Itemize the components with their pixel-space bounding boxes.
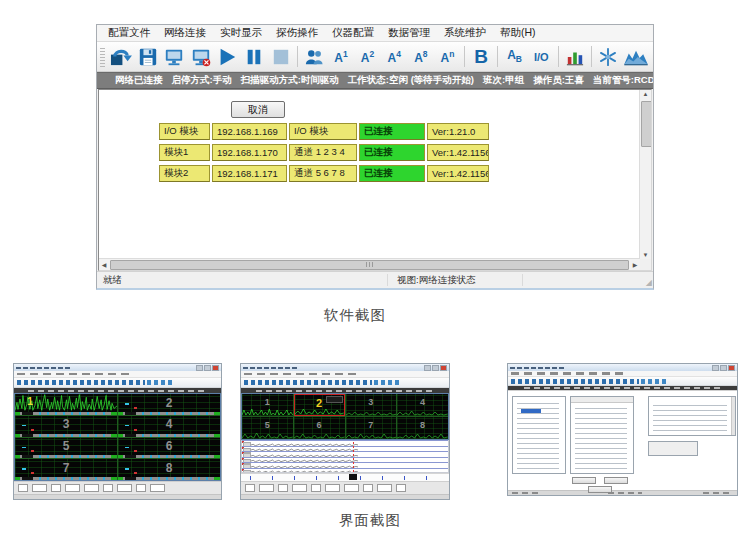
menu-item-flaw-detection[interactable]: 探伤操作 (269, 26, 325, 40)
thumb-toolbar-icons (641, 379, 667, 384)
menu-item-config-file[interactable]: 配置文件 (101, 26, 157, 40)
parameter-list-panel (570, 396, 634, 474)
version-cell: Ver:1.42.1156 (427, 165, 489, 182)
waveform-trace (397, 431, 448, 439)
toolbar-grip[interactable] (100, 47, 105, 67)
start-button[interactable] (215, 44, 240, 69)
spectrum-button[interactable] (623, 44, 650, 69)
stop-button[interactable] (268, 44, 293, 69)
save-button[interactable] (135, 44, 160, 69)
users-button[interactable] (302, 44, 327, 69)
thumb-menu-text (244, 373, 356, 376)
channel-number: 8 (397, 421, 448, 430)
snowflake-icon (598, 47, 618, 67)
waveform-trace (397, 408, 448, 416)
ascan-2-button[interactable]: A2 (355, 44, 380, 69)
vertical-scroll-thumb[interactable] (641, 101, 652, 147)
interface-thumbnail-stripchart: 1 2 3 4 (240, 363, 450, 500)
minimize-button[interactable] (712, 365, 719, 371)
toolbar-separator (497, 46, 498, 67)
network-status-button[interactable] (162, 44, 187, 69)
scroll-left-arrow[interactable]: ◀ (99, 262, 109, 268)
channel-panel-2-selected: 2 (294, 394, 345, 416)
menu-item-data-management[interactable]: 数据管理 (381, 26, 437, 40)
status-badge: 已连接 (359, 165, 425, 182)
config-button-1[interactable] (572, 477, 596, 484)
horizontal-scroll-thumb[interactable] (110, 260, 629, 270)
network-disconnect-button[interactable] (188, 44, 213, 69)
stop-icon (272, 48, 290, 66)
tree-selected-item[interactable] (521, 409, 541, 413)
scroll-up-arrow[interactable]: ▲ (640, 91, 651, 97)
thumb-status-text (524, 387, 721, 389)
pause-button[interactable] (242, 44, 267, 69)
view-status-text: 视图:网络连接状态 (397, 274, 476, 287)
io-button[interactable]: I/O (529, 44, 554, 69)
bar-chart-button[interactable] (562, 44, 587, 69)
waveform-trace (242, 431, 293, 439)
window-buttons (196, 365, 219, 371)
menu-item-realtime-display[interactable]: 实时显示 (213, 26, 269, 40)
freeze-button[interactable] (596, 44, 621, 69)
ready-status-text: 就绪 (97, 274, 122, 287)
channel-panel-4: 4 (118, 416, 220, 437)
version-cell: Ver:1.42.1156 (427, 144, 489, 161)
channel-bar (15, 434, 117, 437)
position-ruler (241, 473, 449, 481)
resize-grip-icon[interactable]: ◢ (646, 278, 652, 287)
waveform-trace (294, 431, 345, 439)
minimize-button[interactable] (196, 365, 203, 371)
module-name-cell: I/O 模块 (159, 123, 210, 140)
maximize-button[interactable] (720, 365, 727, 371)
channel-panel-1: 1 (242, 394, 293, 416)
close-button[interactable] (728, 365, 735, 371)
ascan-1-button[interactable]: A1 (329, 44, 354, 69)
menu-item-system-maintenance[interactable]: 系统维护 (437, 26, 493, 40)
property-rows (653, 401, 727, 431)
channel-panel-3: 3 (15, 416, 117, 437)
statusbar-divider (387, 274, 388, 286)
scroll-down-arrow[interactable]: ▼ (640, 252, 651, 258)
horizontal-scrollbar[interactable]: ◀ ▶ (99, 258, 640, 270)
pause-icon (245, 47, 263, 67)
ip-address-cell: 192.168.1.171 (212, 165, 287, 182)
status-badge: 已连接 (359, 123, 425, 140)
open-button[interactable] (109, 44, 134, 69)
thumb-control-bar (241, 481, 449, 494)
scroll-right-arrow[interactable]: ▶ (630, 262, 640, 268)
maximize-button[interactable] (432, 365, 439, 371)
ab-scan-button[interactable]: AB (502, 44, 527, 69)
play-icon (217, 47, 237, 67)
config-button-2[interactable] (604, 477, 628, 484)
properties-scrollbar[interactable] (731, 397, 735, 435)
ascan-4-button[interactable]: A4 (382, 44, 407, 69)
thumb-title-bar (14, 364, 221, 371)
statusbar-divider (522, 274, 523, 286)
channel-number: 2 (295, 397, 344, 408)
main-application-window: 配置文件 网络连接 实时显示 探伤操作 仪器配置 数据管理 系统维护 帮助(H) (96, 24, 654, 290)
menu-item-help[interactable]: 帮助(H) (493, 26, 543, 40)
ascan-n-button[interactable]: An (435, 44, 460, 69)
menu-item-instrument-config[interactable]: 仪器配置 (325, 26, 381, 40)
menu-item-network-connect[interactable]: 网络连接 (157, 26, 213, 40)
channel-number: 4 (397, 398, 448, 407)
close-button[interactable] (440, 365, 447, 371)
vertical-scrollbar[interactable]: ▲ ▼ (639, 90, 651, 259)
close-button[interactable] (212, 365, 219, 371)
minimize-button[interactable] (424, 365, 431, 371)
toolbar-separator (558, 46, 559, 67)
statusbar-text (703, 492, 729, 494)
list-rows (575, 405, 627, 469)
thumb-statusbar (508, 490, 737, 495)
thumb-status-text (256, 390, 435, 392)
version-cell: Ver:1.21.0 (427, 123, 489, 140)
cancel-button[interactable]: 取消 (231, 101, 285, 118)
thumb-menu-text (17, 373, 129, 376)
maximize-button[interactable] (204, 365, 211, 371)
thumb-title-bar (241, 364, 449, 371)
start-mode-text: 启停方式:手动 (172, 74, 232, 87)
thumb-toolbar-icons (374, 380, 400, 385)
ascan-8-button[interactable]: A8 (409, 44, 434, 69)
scan-cursor-line (353, 440, 354, 472)
bscan-button[interactable]: B (469, 44, 494, 69)
